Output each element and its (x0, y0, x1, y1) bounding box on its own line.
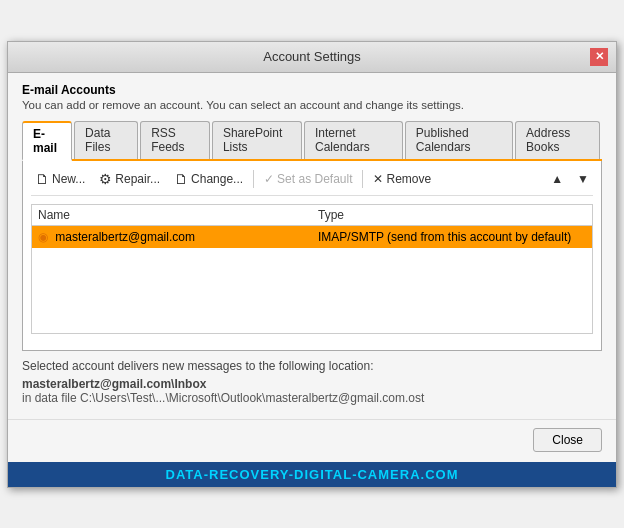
checkmark-icon: ✓ (264, 172, 274, 186)
remove-button[interactable]: ✕ Remove (369, 170, 435, 188)
account-type-cell: IMAP/SMTP (send from this account by def… (312, 225, 592, 248)
table-row[interactable]: ◉ masteralbertz@gmail.com IMAP/SMTP (sen… (32, 225, 592, 248)
window-close-button[interactable]: ✕ (590, 48, 608, 66)
new-icon: 🗋 (35, 171, 49, 187)
tab-sharepoint-lists[interactable]: SharePoint Lists (212, 121, 302, 159)
account-status-icon: ◉ (38, 230, 48, 244)
repair-button[interactable]: ⚙ Repair... (95, 169, 164, 189)
account-settings-dialog: Account Settings ✕ E-mail Accounts You c… (7, 41, 617, 488)
col-name-header: Name (32, 205, 312, 226)
tab-internet-calendars[interactable]: Internet Calendars (304, 121, 403, 159)
tabs-container: E-mail Data Files RSS Feeds SharePoint L… (22, 121, 602, 161)
tab-address-books[interactable]: Address Books (515, 121, 600, 159)
toolbar-separator-2 (362, 170, 363, 188)
new-label: New... (52, 172, 85, 186)
watermark-bar: DATA-RECOVERY-DIGITAL-CAMERA.COM (8, 462, 616, 487)
tab-data-files[interactable]: Data Files (74, 121, 138, 159)
set-default-button[interactable]: ✓ Set as Default (260, 170, 356, 188)
toolbar-separator (253, 170, 254, 188)
dialog-title: Account Settings (34, 49, 590, 64)
tab-published-calendars[interactable]: Published Calendars (405, 121, 513, 159)
new-button[interactable]: 🗋 New... (31, 169, 89, 189)
title-bar: Account Settings ✕ (8, 42, 616, 73)
watermark-text: DATA-RECOVERY-DIGITAL-CAMERA.COM (166, 467, 459, 482)
footer-section: Selected account delivers new messages t… (22, 351, 602, 409)
footer-location: masteralbertz@gmail.com\Inbox (22, 377, 602, 391)
change-button[interactable]: 🗋 Change... (170, 169, 247, 189)
dialog-footer: Close (8, 419, 616, 462)
accounts-list-area: Name Type ◉ masteralbertz@gmail.com IMAP… (31, 204, 593, 334)
change-icon: 🗋 (174, 171, 188, 187)
tab-email[interactable]: E-mail (22, 121, 72, 161)
tab-email-content: 🗋 New... ⚙ Repair... 🗋 Change... ✓ Set a… (22, 161, 602, 351)
tab-rss-feeds[interactable]: RSS Feeds (140, 121, 210, 159)
repair-icon: ⚙ (99, 171, 112, 187)
account-name-cell: ◉ masteralbertz@gmail.com (32, 225, 312, 248)
section-title: E-mail Accounts (22, 83, 602, 97)
section-description: You can add or remove an account. You ca… (22, 99, 602, 111)
toolbar: 🗋 New... ⚙ Repair... 🗋 Change... ✓ Set a… (31, 169, 593, 196)
change-label: Change... (191, 172, 243, 186)
footer-description: Selected account delivers new messages t… (22, 359, 374, 373)
move-up-button[interactable]: ▲ (547, 170, 567, 188)
remove-label: Remove (386, 172, 431, 186)
remove-icon: ✕ (373, 172, 383, 186)
account-name: masteralbertz@gmail.com (55, 230, 195, 244)
arrow-down-icon: ▼ (577, 172, 589, 186)
repair-label: Repair... (115, 172, 160, 186)
accounts-table: Name Type ◉ masteralbertz@gmail.com IMAP… (32, 205, 592, 248)
close-dialog-button[interactable]: Close (533, 428, 602, 452)
footer-data-file: in data file C:\Users\Test\...\Microsoft… (22, 391, 602, 405)
dialog-body: E-mail Accounts You can add or remove an… (8, 73, 616, 419)
set-default-label: Set as Default (277, 172, 352, 186)
move-down-button[interactable]: ▼ (573, 170, 593, 188)
col-type-header: Type (312, 205, 592, 226)
arrow-up-icon: ▲ (551, 172, 563, 186)
